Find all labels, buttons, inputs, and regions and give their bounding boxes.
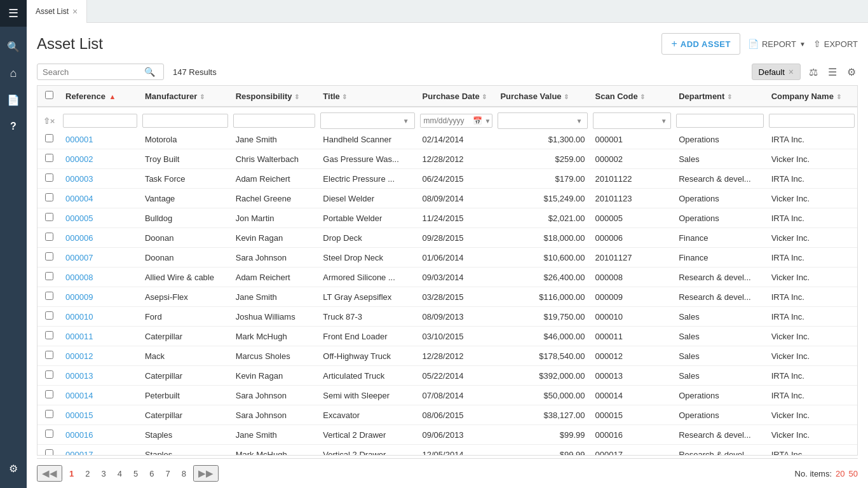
sidebar-settings[interactable]: ⚙	[0, 455, 27, 482]
row-select-cell[interactable]	[37, 169, 60, 189]
row-select-cell[interactable]	[37, 228, 60, 248]
row-select-cell[interactable]	[37, 366, 60, 386]
reference-link[interactable]: 000002	[65, 154, 93, 164]
col-header-purchase-value[interactable]: Purchase Value ⇕	[495, 86, 590, 107]
row-checkbox[interactable]	[45, 233, 53, 241]
add-asset-button[interactable]: + ADD ASSET	[661, 33, 740, 55]
menu-button[interactable]: ☰	[0, 0, 27, 27]
row-reference[interactable]: 000002	[60, 149, 140, 169]
row-select-cell[interactable]	[37, 445, 60, 456]
row-checkbox[interactable]	[45, 193, 53, 201]
filter-remove-icon[interactable]: ×	[789, 67, 794, 77]
reference-link[interactable]: 000014	[65, 391, 93, 400]
filter-reference[interactable]	[60, 109, 140, 132]
col-header-purchase-date[interactable]: Purchase Date ⇕	[417, 86, 496, 107]
row-select-cell[interactable]	[37, 327, 60, 346]
tab-close-icon[interactable]: ×	[72, 7, 78, 16]
filter-manufacturer-input[interactable]	[142, 114, 228, 128]
col-header-manufacturer[interactable]: Manufacturer ⇕	[140, 86, 231, 107]
filter-purchase-value[interactable]: ▼	[495, 109, 590, 132]
col-header-select[interactable]	[37, 86, 60, 107]
row-checkbox[interactable]	[45, 351, 53, 359]
filter-responsibility[interactable]	[231, 109, 318, 132]
search-input[interactable]	[43, 67, 144, 77]
row-select-cell[interactable]	[37, 386, 60, 405]
row-checkbox[interactable]	[45, 390, 53, 398]
filter-company-input[interactable]	[769, 114, 855, 128]
row-select-cell[interactable]	[37, 425, 60, 445]
sidebar-home[interactable]: ⌂	[0, 60, 27, 86]
columns-icon-button[interactable]: ☰	[826, 64, 839, 80]
row-reference[interactable]: 000014	[60, 386, 140, 405]
reference-link[interactable]: 000008	[65, 273, 93, 282]
filter-icon-button[interactable]: ⚖	[807, 64, 820, 80]
row-reference[interactable]: 000016	[60, 425, 140, 445]
filter-purchase-date[interactable]: 📅 ▼	[417, 109, 496, 132]
page-8-button[interactable]: 8	[177, 467, 191, 480]
row-select-cell[interactable]	[37, 346, 60, 366]
filter-scan-input[interactable]	[596, 114, 661, 127]
page-2-button[interactable]: 2	[81, 467, 94, 480]
reference-link[interactable]: 000003	[65, 174, 93, 184]
row-checkbox[interactable]	[45, 173, 53, 182]
page-1-button[interactable]: 1	[65, 467, 78, 480]
filter-value-input[interactable]	[501, 114, 576, 127]
reference-link[interactable]: 000017	[65, 450, 93, 456]
row-select-cell[interactable]	[37, 208, 60, 228]
filter-badge[interactable]: Default ×	[752, 64, 801, 80]
reference-link[interactable]: 000007	[65, 253, 93, 262]
page-first-button[interactable]: ◀◀	[37, 465, 62, 482]
filter-responsibility-input[interactable]	[233, 114, 316, 128]
row-checkbox[interactable]	[45, 292, 53, 300]
page-4-button[interactable]: 4	[113, 467, 126, 480]
reference-link[interactable]: 000006	[65, 233, 93, 243]
row-select-cell[interactable]	[37, 189, 60, 208]
row-select-cell[interactable]	[37, 287, 60, 307]
col-header-company-name[interactable]: Company Name ⇕	[766, 86, 857, 107]
row-reference[interactable]: 000012	[60, 346, 140, 366]
filter-title-input[interactable]	[323, 114, 402, 127]
filter-clear-icon[interactable]: ⇧×	[43, 116, 55, 126]
reference-link[interactable]: 000009	[65, 292, 93, 302]
page-3-button[interactable]: 3	[97, 467, 110, 480]
row-select-cell[interactable]	[37, 307, 60, 327]
row-reference[interactable]: 000017	[60, 445, 140, 456]
report-button[interactable]: 📄 REPORT ▼	[748, 39, 806, 49]
items-20[interactable]: 20	[836, 469, 844, 478]
row-reference[interactable]: 000010	[60, 307, 140, 327]
row-checkbox[interactable]	[45, 154, 53, 162]
filter-manufacturer[interactable]	[140, 109, 231, 132]
col-header-title[interactable]: Title ⇕	[318, 86, 417, 107]
row-reference[interactable]: 000015	[60, 405, 140, 425]
settings-icon-button[interactable]: ⚙	[845, 64, 858, 80]
sidebar-search[interactable]: 🔍	[0, 33, 27, 60]
row-checkbox[interactable]	[45, 213, 53, 221]
row-checkbox[interactable]	[45, 410, 53, 418]
select-all-checkbox[interactable]	[45, 91, 53, 99]
page-last-button[interactable]: ▶▶	[193, 465, 219, 482]
filter-title[interactable]: ▼	[318, 109, 417, 132]
filter-company[interactable]	[766, 109, 857, 132]
sidebar-help[interactable]: ?	[0, 113, 27, 140]
col-header-department[interactable]: Department ⇕	[674, 86, 766, 107]
search-icon[interactable]: 🔍	[144, 67, 155, 77]
filter-date-input[interactable]	[421, 114, 471, 127]
calendar-icon[interactable]: 📅	[471, 116, 484, 125]
row-reference[interactable]: 000005	[60, 208, 140, 228]
row-reference[interactable]: 000003	[60, 169, 140, 189]
reference-link[interactable]: 000004	[65, 194, 93, 203]
row-checkbox[interactable]	[45, 331, 53, 339]
row-reference[interactable]: 000007	[60, 248, 140, 268]
row-reference[interactable]: 000009	[60, 287, 140, 307]
col-header-responsibility[interactable]: Responsibility ⇕	[231, 86, 318, 107]
row-checkbox[interactable]	[45, 134, 53, 142]
filter-department-input[interactable]	[676, 114, 763, 128]
reference-link[interactable]: 000010	[65, 312, 93, 322]
export-button[interactable]: ⇧ EXPORT	[813, 39, 858, 49]
row-reference[interactable]: 000008	[60, 268, 140, 287]
row-select-cell[interactable]	[37, 130, 60, 149]
page-7-button[interactable]: 7	[161, 467, 174, 480]
reference-link[interactable]: 000001	[65, 135, 93, 144]
date-arrow-icon[interactable]: ▼	[484, 118, 492, 125]
row-reference[interactable]: 000006	[60, 228, 140, 248]
